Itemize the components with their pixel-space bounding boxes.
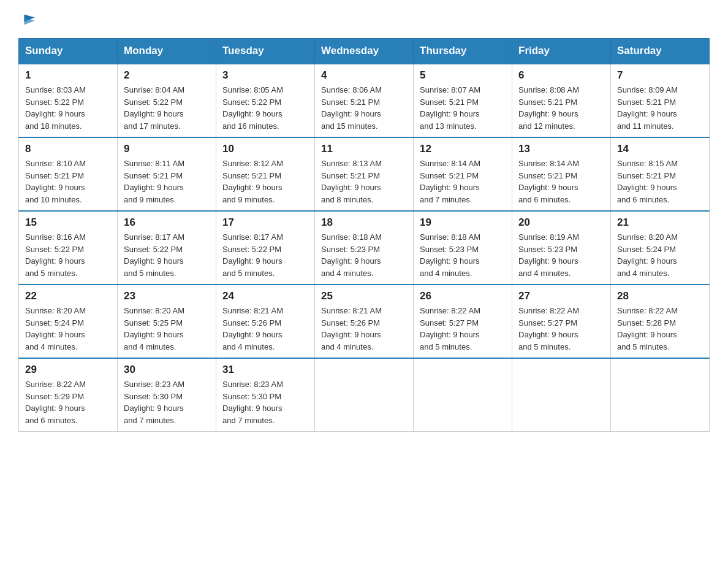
calendar-cell: [611, 358, 710, 432]
day-number: 6: [518, 69, 604, 82]
day-info: Sunrise: 8:22 AMSunset: 5:27 PMDaylight:…: [518, 305, 604, 353]
day-info: Sunrise: 8:08 AMSunset: 5:21 PMDaylight:…: [518, 84, 604, 132]
day-info: Sunrise: 8:23 AMSunset: 5:30 PMDaylight:…: [124, 378, 210, 426]
day-info: Sunrise: 8:18 AMSunset: 5:23 PMDaylight:…: [420, 231, 506, 279]
day-info: Sunrise: 8:16 AMSunset: 5:22 PMDaylight:…: [25, 231, 111, 279]
calendar-cell: 14Sunrise: 8:15 AMSunset: 5:21 PMDayligh…: [611, 137, 710, 211]
calendar-cell: 10Sunrise: 8:12 AMSunset: 5:21 PMDayligh…: [216, 137, 315, 211]
day-info: Sunrise: 8:04 AMSunset: 5:22 PMDaylight:…: [124, 84, 210, 132]
day-info: Sunrise: 8:21 AMSunset: 5:26 PMDaylight:…: [321, 305, 407, 353]
day-number: 8: [25, 143, 111, 155]
day-number: 9: [124, 143, 210, 155]
calendar-cell: 12Sunrise: 8:14 AMSunset: 5:21 PMDayligh…: [414, 137, 512, 211]
day-number: 23: [124, 290, 210, 302]
day-info: Sunrise: 8:06 AMSunset: 5:21 PMDaylight:…: [321, 84, 407, 132]
day-info: Sunrise: 8:12 AMSunset: 5:21 PMDaylight:…: [222, 158, 308, 205]
calendar-cell: 25Sunrise: 8:21 AMSunset: 5:26 PMDayligh…: [315, 285, 414, 358]
day-number: 25: [321, 290, 407, 302]
header-sunday: Sunday: [19, 39, 118, 64]
day-info: Sunrise: 8:21 AMSunset: 5:26 PMDaylight:…: [222, 305, 308, 353]
day-number: 27: [518, 290, 604, 302]
calendar-week-row: 29Sunrise: 8:22 AMSunset: 5:29 PMDayligh…: [19, 358, 710, 432]
day-number: 16: [124, 216, 210, 229]
day-number: 31: [222, 364, 308, 376]
day-number: 26: [420, 290, 506, 302]
day-info: Sunrise: 8:10 AMSunset: 5:21 PMDaylight:…: [25, 158, 111, 205]
day-number: 2: [124, 69, 210, 82]
calendar-cell: 30Sunrise: 8:23 AMSunset: 5:30 PMDayligh…: [118, 358, 216, 432]
day-info: Sunrise: 8:17 AMSunset: 5:22 PMDaylight:…: [124, 231, 210, 279]
calendar-cell: 6Sunrise: 8:08 AMSunset: 5:21 PMDaylight…: [512, 64, 611, 137]
calendar-week-row: 15Sunrise: 8:16 AMSunset: 5:22 PMDayligh…: [19, 211, 710, 285]
day-number: 10: [222, 143, 308, 155]
calendar-cell: 23Sunrise: 8:20 AMSunset: 5:25 PMDayligh…: [118, 285, 216, 358]
calendar-cell: 17Sunrise: 8:17 AMSunset: 5:22 PMDayligh…: [216, 211, 315, 285]
day-info: Sunrise: 8:20 AMSunset: 5:24 PMDaylight:…: [25, 305, 111, 353]
calendar-cell: 16Sunrise: 8:17 AMSunset: 5:22 PMDayligh…: [118, 211, 216, 285]
calendar-cell: 11Sunrise: 8:13 AMSunset: 5:21 PMDayligh…: [315, 137, 414, 211]
day-info: Sunrise: 8:14 AMSunset: 5:21 PMDaylight:…: [518, 158, 604, 205]
calendar-week-row: 22Sunrise: 8:20 AMSunset: 5:24 PMDayligh…: [19, 285, 710, 358]
calendar-header-row: SundayMondayTuesdayWednesdayThursdayFrid…: [19, 39, 710, 64]
calendar-week-row: 1Sunrise: 8:03 AMSunset: 5:22 PMDaylight…: [19, 64, 710, 137]
calendar-week-row: 8Sunrise: 8:10 AMSunset: 5:21 PMDaylight…: [19, 137, 710, 211]
day-number: 24: [222, 290, 308, 302]
day-number: 22: [25, 290, 111, 302]
day-info: Sunrise: 8:20 AMSunset: 5:24 PMDaylight:…: [617, 231, 703, 279]
day-info: Sunrise: 8:22 AMSunset: 5:29 PMDaylight:…: [25, 378, 111, 426]
header-monday: Monday: [118, 39, 216, 64]
calendar-cell: 27Sunrise: 8:22 AMSunset: 5:27 PMDayligh…: [512, 285, 611, 358]
day-number: 30: [124, 364, 210, 376]
calendar-cell: 4Sunrise: 8:06 AMSunset: 5:21 PMDaylight…: [315, 64, 414, 137]
day-number: 15: [25, 216, 111, 229]
calendar-cell: 26Sunrise: 8:22 AMSunset: 5:27 PMDayligh…: [414, 285, 512, 358]
day-number: 28: [617, 290, 703, 302]
day-info: Sunrise: 8:19 AMSunset: 5:23 PMDaylight:…: [518, 231, 604, 279]
day-number: 7: [617, 69, 703, 82]
day-info: Sunrise: 8:22 AMSunset: 5:28 PMDaylight:…: [617, 305, 703, 353]
day-number: 5: [420, 69, 506, 82]
header-saturday: Saturday: [611, 39, 710, 64]
day-info: Sunrise: 8:22 AMSunset: 5:27 PMDaylight:…: [420, 305, 506, 353]
day-info: Sunrise: 8:14 AMSunset: 5:21 PMDaylight:…: [420, 158, 506, 205]
page-header: [18, 12, 710, 27]
calendar-cell: 7Sunrise: 8:09 AMSunset: 5:21 PMDaylight…: [611, 64, 710, 137]
header-thursday: Thursday: [414, 39, 512, 64]
day-number: 20: [518, 216, 604, 229]
day-number: 29: [25, 364, 111, 376]
calendar-cell: 20Sunrise: 8:19 AMSunset: 5:23 PMDayligh…: [512, 211, 611, 285]
day-number: 13: [518, 143, 604, 155]
calendar-cell: 1Sunrise: 8:03 AMSunset: 5:22 PMDaylight…: [19, 64, 118, 137]
calendar-cell: 3Sunrise: 8:05 AMSunset: 5:22 PMDaylight…: [216, 64, 315, 137]
day-number: 4: [321, 69, 407, 82]
calendar-cell: 18Sunrise: 8:18 AMSunset: 5:23 PMDayligh…: [315, 211, 414, 285]
day-info: Sunrise: 8:23 AMSunset: 5:30 PMDaylight:…: [222, 378, 308, 426]
day-info: Sunrise: 8:13 AMSunset: 5:21 PMDaylight:…: [321, 158, 407, 205]
logo-flag-icon: [22, 12, 37, 27]
calendar-cell: 21Sunrise: 8:20 AMSunset: 5:24 PMDayligh…: [611, 211, 710, 285]
day-number: 21: [617, 216, 703, 229]
calendar-cell: 5Sunrise: 8:07 AMSunset: 5:21 PMDaylight…: [414, 64, 512, 137]
header-friday: Friday: [512, 39, 611, 64]
calendar-cell: [315, 358, 414, 432]
calendar-cell: [512, 358, 611, 432]
day-info: Sunrise: 8:15 AMSunset: 5:21 PMDaylight:…: [617, 158, 703, 205]
day-info: Sunrise: 8:03 AMSunset: 5:22 PMDaylight:…: [25, 84, 111, 132]
day-number: 12: [420, 143, 506, 155]
day-info: Sunrise: 8:09 AMSunset: 5:21 PMDaylight:…: [617, 84, 703, 132]
day-number: 17: [222, 216, 308, 229]
day-info: Sunrise: 8:05 AMSunset: 5:22 PMDaylight:…: [222, 84, 308, 132]
header-tuesday: Tuesday: [216, 39, 315, 64]
day-number: 19: [420, 216, 506, 229]
calendar-cell: 13Sunrise: 8:14 AMSunset: 5:21 PMDayligh…: [512, 137, 611, 211]
logo: [18, 12, 37, 27]
calendar-cell: 8Sunrise: 8:10 AMSunset: 5:21 PMDaylight…: [19, 137, 118, 211]
day-number: 3: [222, 69, 308, 82]
calendar-cell: 28Sunrise: 8:22 AMSunset: 5:28 PMDayligh…: [611, 285, 710, 358]
day-info: Sunrise: 8:20 AMSunset: 5:25 PMDaylight:…: [124, 305, 210, 353]
day-number: 18: [321, 216, 407, 229]
calendar-table: SundayMondayTuesdayWednesdayThursdayFrid…: [18, 38, 710, 432]
day-number: 1: [25, 69, 111, 82]
calendar-cell: 24Sunrise: 8:21 AMSunset: 5:26 PMDayligh…: [216, 285, 315, 358]
calendar-cell: 9Sunrise: 8:11 AMSunset: 5:21 PMDaylight…: [118, 137, 216, 211]
